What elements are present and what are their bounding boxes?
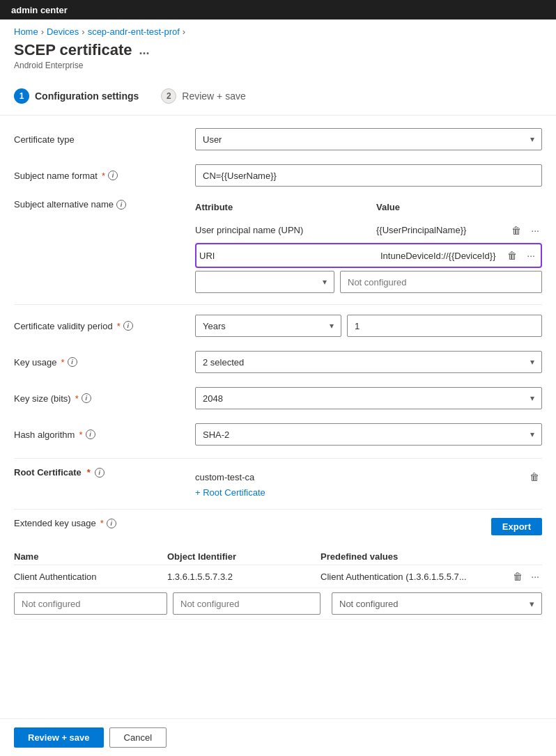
eku-add-predef-chevron: ▾ [530,599,534,609]
san-value-header: Value [376,199,542,215]
step-1-num: 1 [14,88,29,104]
cert-type-chevron: ▾ [530,134,534,144]
page-header: SCEP certificate ... Android Enterprise [0,41,556,74]
eku-add-oid-input[interactable] [173,592,321,615]
san-upn-attr: User principal name (UPN) [195,225,376,235]
san-header: Attribute Value [195,199,542,215]
page-menu-button[interactable]: ... [139,43,150,58]
hash-algo-value: SHA-2 [203,430,229,440]
key-usage-info-icon[interactable]: i [68,357,77,367]
eku-row-1-predef-container: Client Authentication (1.3.6.1.5.5.7... … [321,569,542,583]
san-section: Subject alternative name i Attribute Val… [14,199,542,293]
hash-algo-label: Hash algorithm * i [14,430,195,440]
san-label-row: Subject alternative name i Attribute Val… [14,199,542,293]
eku-label: Extended key usage * i [14,518,195,528]
cert-item: custom-test-ca 🗑 [195,467,542,487]
step-2-num: 2 [161,88,176,104]
step-1[interactable]: 1 Configuration settings [14,86,150,107]
breadcrumb-home[interactable]: Home [14,26,38,37]
cert-type-label: Certificate type [14,134,195,145]
san-add-value-input[interactable] [340,271,542,293]
key-size-chevron: ▾ [530,393,534,403]
san-add-row: ▾ [195,271,542,293]
eku-col-predef: Predefined values [321,551,542,562]
breadcrumb-devices[interactable]: Devices [47,26,79,37]
san-add-attr-select[interactable]: ▾ [195,271,334,293]
eku-row-1-name: Client Authentication [14,572,167,582]
eku-add-predef-value: Not configured [339,599,399,609]
hash-algo-chevron: ▾ [530,430,534,439]
top-bar: admin center [0,0,556,19]
validity-unit-chevron: ▾ [330,321,334,331]
add-root-cert-link[interactable]: + Root Certificate [195,487,265,498]
divider-3 [14,509,542,510]
validity-unit-select[interactable]: Years ▾ [195,315,341,337]
san-upn-more-button[interactable]: ··· [528,223,542,237]
san-uri-delete-button[interactable]: 🗑 [504,249,520,262]
key-usage-value: 2 selected [203,357,244,368]
validity-inputs: Years ▾ [195,315,542,337]
key-size-info-icon[interactable]: i [82,393,91,403]
divider-2 [14,458,542,459]
validity-number-container [347,315,542,337]
cert-type-select[interactable]: User ▾ [195,128,542,150]
step-2[interactable]: 2 Review + save [161,86,256,107]
eku-info-icon[interactable]: i [107,519,116,528]
validity-info-icon[interactable]: i [123,321,133,331]
eku-add-name-container [14,592,167,615]
cert-type-control: User ▾ [195,128,542,150]
subject-name-input[interactable] [195,164,542,187]
key-usage-select[interactable]: 2 selected ▾ [195,351,542,373]
san-upn-delete-button[interactable]: 🗑 [509,223,524,237]
hash-algo-control: SHA-2 ▾ [195,423,542,446]
eku-export-container: Export [195,518,542,535]
san-upn-actions: 🗑 ··· [509,223,542,237]
san-uri-value: IntuneDeviceId://{{DeviceId}} [380,251,504,261]
san-add-value-container [340,271,542,293]
validity-control: Years ▾ [195,315,542,337]
eku-row-1-oid: 1.3.6.1.5.5.7.3.2 [167,572,321,582]
page-subtitle: Android Enterprise [14,61,542,70]
san-info-icon[interactable]: i [116,200,126,210]
eku-row-1-more-button[interactable]: ··· [528,569,542,583]
hash-algo-info-icon[interactable]: i [86,430,95,439]
breadcrumb-sep3: › [183,26,185,37]
root-cert-info-icon[interactable]: i [95,468,105,478]
eku-table-header: Name Object Identifier Predefined values [14,549,542,565]
root-cert-row: Root Certificate * i custom-test-ca 🗑 + … [14,467,542,498]
validity-number-input[interactable] [347,315,542,337]
san-row-upn: User principal name (UPN) {{UserPrincipa… [195,218,542,243]
eku-row-1-predef: Client Authentication (1.3.6.1.5.5.7... [321,572,467,582]
eku-add-name-input[interactable] [14,592,167,615]
san-uri-more-button[interactable]: ··· [524,249,538,262]
validity-unit-container: Years ▾ [195,315,341,337]
eku-add-row: Not configured ▾ [14,588,542,620]
key-size-row: Key size (bits) * i 2048 ▾ [14,386,542,411]
step-2-label: Review + save [182,90,245,102]
subject-name-label: Subject name format * i [14,171,195,181]
san-upn-value: {{UserPrincipalName}} [376,225,509,235]
san-table: Attribute Value User principal name (UPN… [195,199,542,293]
breadcrumb-profile[interactable]: scep-andr-ent-test-prof [88,26,180,37]
breadcrumb-sep1: › [41,26,44,37]
key-usage-label: Key usage * i [14,357,195,368]
eku-row-1-delete-button[interactable]: 🗑 [510,569,525,583]
page-title: SCEP certificate [14,41,132,59]
key-size-select[interactable]: 2048 ▾ [195,387,542,409]
root-cert-name: custom-test-ca [195,472,254,482]
eku-label-row: Extended key usage * i Export [14,518,542,543]
san-uri-actions: 🗑 ··· [504,249,538,262]
subject-name-info-icon[interactable]: i [108,171,118,180]
san-label: Subject alternative name i [14,199,195,210]
eku-col-name: Name [14,551,167,562]
eku-table: Name Object Identifier Predefined values… [14,549,542,620]
eku-row-1-actions: 🗑 ··· [510,569,542,583]
footer-spacer [14,620,542,661]
hash-algo-select[interactable]: SHA-2 ▾ [195,423,542,446]
eku-add-predef-select[interactable]: Not configured ▾ [332,592,542,615]
root-cert-delete-button[interactable]: 🗑 [527,470,542,484]
san-row-uri: URI IntuneDeviceId://{{DeviceId}} 🗑 ··· [195,243,542,268]
export-button[interactable]: Export [491,518,542,535]
key-size-value: 2048 [203,393,223,404]
breadcrumb-sep2: › [82,26,84,37]
